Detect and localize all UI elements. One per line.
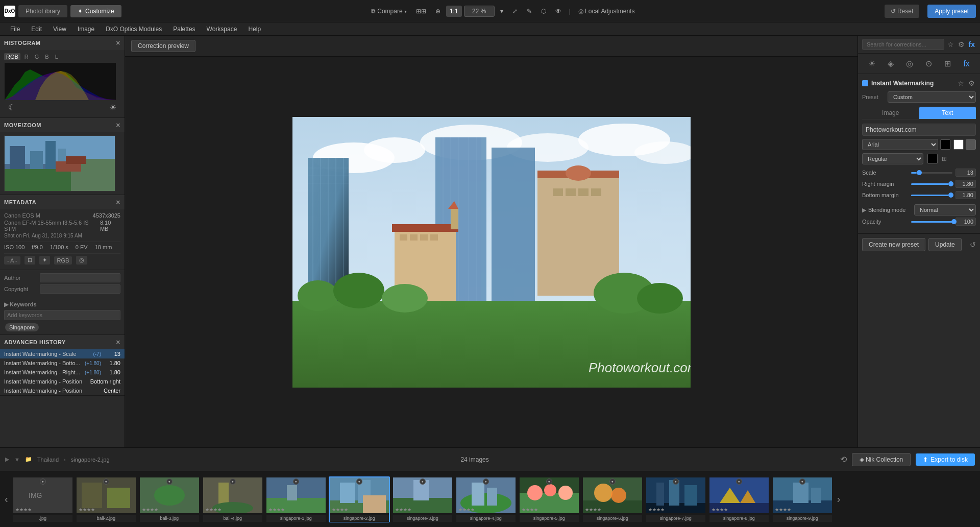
local-adjustments-button[interactable]: ◎ Local Adjustments	[575, 6, 639, 17]
keywords-input[interactable]	[4, 310, 120, 320]
dark-mode-icon[interactable]: ☾	[8, 103, 15, 112]
menu-image[interactable]: Image	[72, 24, 100, 34]
folder-nav-icon[interactable]: ▶	[5, 456, 9, 463]
tab-image[interactable]: Image	[862, 107, 919, 119]
film-item-5[interactable]: ● ★★★★ singapore-2.jpg	[329, 476, 390, 522]
film-item-12[interactable]: ● ★★★★ singapore-9.jpg	[772, 476, 833, 522]
movezoom-close[interactable]: ×	[116, 121, 120, 129]
history-item-1[interactable]: Instant Watermarking - Botto... (+1.80) …	[0, 358, 125, 368]
film-item-4[interactable]: ● ★★★★ singapore-1.jpg	[265, 476, 327, 522]
nik-collection-button[interactable]: ◈ Nik Collection	[852, 453, 911, 466]
tab-text[interactable]: Text	[919, 107, 976, 119]
export-disk-button[interactable]: ⬆ Export to disk	[916, 453, 975, 466]
opacity-slider[interactable]	[911, 221, 952, 223]
grid-pattern-icon[interactable]	[966, 139, 976, 150]
hist-tab-rgb[interactable]: RGB	[4, 53, 20, 60]
settings-icon[interactable]: ⚙	[957, 39, 966, 50]
grid-view-button[interactable]: ⊞⊞	[412, 6, 430, 17]
zoom-dropdown-button[interactable]: ▾	[497, 6, 507, 17]
history-close[interactable]: ×	[116, 338, 120, 346]
menu-file[interactable]: File	[5, 24, 25, 34]
customize-tab[interactable]: ✦ Customize	[70, 5, 121, 17]
blending-expand-icon[interactable]: ▶	[862, 207, 866, 213]
light-tool-icon[interactable]: ☀	[865, 57, 878, 70]
create-preset-button[interactable]: Create new preset	[862, 238, 925, 251]
film-item-3[interactable]: ● ★★★★ bali-4.jpg	[202, 476, 263, 522]
watermarking-settings-icon[interactable]: ⚙	[967, 78, 976, 88]
text-color-swatch[interactable]	[927, 154, 938, 164]
history-header[interactable]: ADVANCED HISTORY ×	[0, 335, 125, 349]
history-item-0[interactable]: Instant Watermarking - Scale (-7) 13	[0, 349, 125, 358]
zoom-1to1-button[interactable]: 1:1	[446, 6, 462, 17]
breadcrumb-file[interactable]: singapore-2.jpg	[71, 457, 110, 463]
blending-select[interactable]: Normal	[914, 204, 976, 215]
watermarking-star-icon[interactable]: ☆	[957, 78, 965, 88]
film-item-8[interactable]: ● ★★★★ singapore-5.jpg	[519, 476, 580, 522]
film-item-11[interactable]: ● ★★★★ singapore-8.jpg	[708, 476, 770, 522]
geometry-tool-icon[interactable]: ⊞	[941, 57, 954, 70]
zoom-display[interactable]: 22 %	[464, 6, 495, 17]
keyword-tag-singapore[interactable]: Singapore	[5, 323, 39, 331]
history-item-4[interactable]: Instant Watermarking - Position Center	[0, 386, 125, 395]
menu-palettes[interactable]: Palettes	[168, 24, 200, 34]
update-button[interactable]: Update	[928, 238, 962, 251]
meta-target-icon[interactable]: ✦	[39, 256, 50, 265]
histogram-header[interactable]: HISTOGRAM ×	[0, 36, 125, 50]
expand-icon[interactable]: ⊞	[942, 155, 947, 162]
hist-tab-l[interactable]: L	[53, 53, 60, 60]
style-select[interactable]: Regular	[862, 153, 923, 164]
movezoom-header[interactable]: MOVE/ZOOM ×	[0, 118, 125, 132]
watermarking-checkbox[interactable]	[862, 80, 868, 86]
film-item-0[interactable]: ● IMG ★★★★ .jpg	[12, 476, 74, 522]
retouch-button[interactable]: ✎	[523, 6, 535, 17]
minimap[interactable]	[4, 135, 115, 191]
correction-preview-button[interactable]: Correction preview	[131, 40, 195, 52]
preset-select[interactable]: Custom	[888, 91, 976, 103]
film-item-10[interactable]: ● ★★★★ singapore-7.jpg	[645, 476, 706, 522]
bottom-margin-slider[interactable]	[911, 195, 952, 196]
lens-tool-icon[interactable]: ⊙	[922, 57, 935, 70]
history-item-2[interactable]: Instant Watermarking - Right... (+1.80) …	[0, 368, 125, 377]
right-margin-slider[interactable]	[911, 183, 952, 185]
breadcrumb-thailand[interactable]: Thailand	[37, 457, 59, 463]
meta-frame-icon[interactable]: ⊡	[24, 256, 35, 265]
font-select[interactable]: Arial	[862, 139, 938, 150]
meta-circle-icon[interactable]: ◎	[76, 256, 87, 265]
meta-colorspace[interactable]: RGB	[54, 256, 72, 265]
mask-button[interactable]: ⬡	[537, 6, 550, 17]
star-icon[interactable]: ☆	[946, 39, 955, 50]
color-swatch-white[interactable]	[953, 139, 964, 150]
film-item-1[interactable]: ● ★★★★ bali-2.jpg	[76, 476, 137, 522]
reset-button[interactable]: ↺ Reset	[885, 5, 920, 18]
menu-edit[interactable]: Edit	[26, 24, 47, 34]
light-mode-icon[interactable]: ☀	[109, 103, 116, 112]
detail-tool-icon[interactable]: ◎	[903, 57, 916, 70]
refresh-icon[interactable]: ↺	[970, 241, 976, 249]
menu-dxo-optics[interactable]: DxO Optics Modules	[101, 24, 167, 34]
film-item-6[interactable]: ● ★★★★ singapore-3.jpg	[392, 476, 453, 522]
fx-icon[interactable]: fx	[968, 39, 976, 50]
menu-workspace[interactable]: Workspace	[202, 24, 242, 34]
menu-view[interactable]: View	[48, 24, 71, 34]
watermark-tool-icon[interactable]: fx	[960, 57, 972, 70]
filmstrip-prev-arrow[interactable]: ‹	[3, 493, 10, 505]
filmstrip-next-arrow[interactable]: ›	[835, 493, 843, 505]
photolibrary-tab[interactable]: PhotoLibrary	[18, 5, 67, 17]
compare-button[interactable]: ⧉ Compare ▾	[368, 6, 410, 17]
metadata-close[interactable]: ×	[116, 198, 120, 206]
author-input[interactable]	[40, 273, 120, 282]
hist-tab-g[interactable]: G	[33, 53, 41, 60]
eye-button[interactable]: 👁	[552, 6, 565, 17]
film-item-7[interactable]: ● ★★★★ singapore-4.jpg	[455, 476, 517, 522]
menu-help[interactable]: Help	[243, 24, 266, 34]
straighten-button[interactable]: ⤢	[509, 6, 521, 17]
watermark-text-input[interactable]	[862, 124, 976, 136]
color-swatch-black[interactable]	[940, 139, 950, 150]
apply-preset-button[interactable]: Apply preset	[927, 5, 976, 18]
hist-tab-b[interactable]: B	[43, 53, 51, 60]
metadata-header[interactable]: METADATA ×	[0, 195, 125, 209]
corrections-search-input[interactable]	[862, 39, 944, 50]
color-tool-icon[interactable]: ◈	[885, 57, 897, 70]
crop-button[interactable]: ⊕	[432, 6, 444, 17]
history-item-3[interactable]: Instant Watermarking - Position Bottom r…	[0, 377, 125, 386]
